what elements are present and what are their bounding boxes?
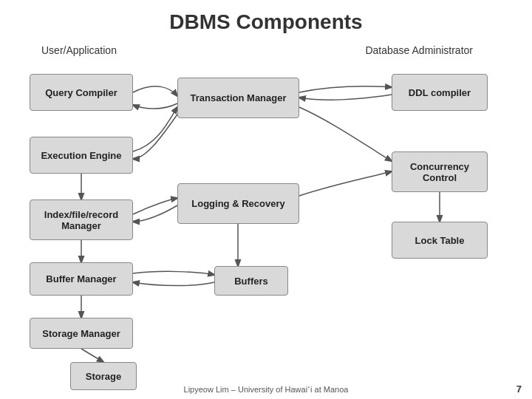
box-lock-table: Lock Table [392,222,488,259]
box-buffers: Buffers [214,266,288,296]
box-storage-manager: Storage Manager [30,318,133,349]
box-logging-recovery: Logging & Recovery [177,183,299,224]
box-concurrency-control: Concurrency Control [392,151,488,192]
box-execution-engine: Execution Engine [30,137,133,174]
page-number: 7 [516,383,522,395]
page-title: DBMS Components [0,0,532,38]
footer-text: Lipyeow Lim – University of Hawaiʻi at M… [0,385,532,395]
label-user: User/Application [41,44,117,56]
box-ddl-compiler: DDL compiler [392,74,488,111]
box-query-compiler: Query Compiler [30,74,133,111]
box-index-manager: Index/file/record Manager [30,200,133,240]
label-dba: Database Administrator [365,44,473,56]
box-buffer-manager: Buffer Manager [30,262,133,296]
box-transaction-manager: Transaction Manager [177,78,299,118]
